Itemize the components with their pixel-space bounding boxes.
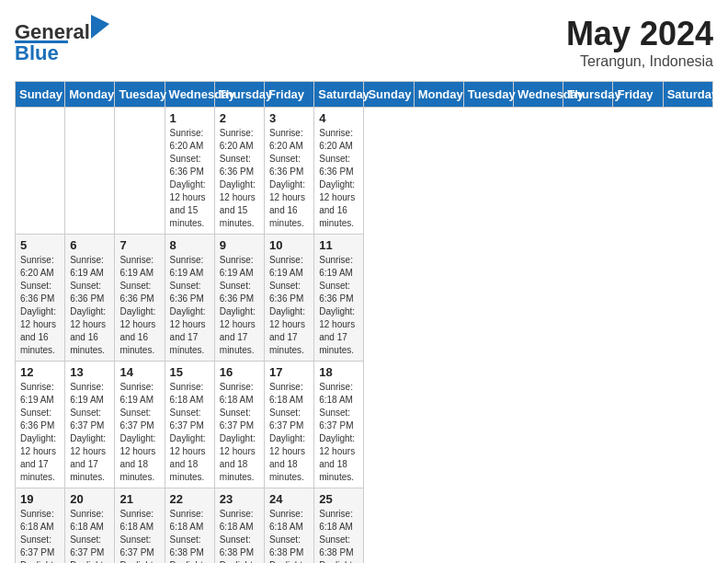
day-number: 7	[119, 238, 159, 252]
day-number: 18	[319, 365, 358, 379]
calendar-cell	[65, 108, 115, 235]
logo-blue-text: Blue	[15, 41, 59, 65]
day-number: 2	[220, 111, 259, 125]
calendar-cell: 22Sunrise: 6:18 AMSunset: 6:38 PMDayligh…	[165, 488, 214, 564]
calendar-cell: 6Sunrise: 6:19 AMSunset: 6:36 PMDaylight…	[65, 235, 115, 362]
calendar-cell: 2Sunrise: 6:20 AMSunset: 6:36 PMDaylight…	[214, 108, 264, 235]
title-block: May 2024 Terangun, Indonesia	[566, 15, 713, 70]
calendar-cell: 11Sunrise: 6:19 AMSunset: 6:36 PMDayligh…	[314, 235, 364, 362]
day-info: Sunrise: 6:19 AMSunset: 6:36 PMDaylight:…	[170, 254, 210, 357]
page-header: General Blue May 2024 Terangun, Indonesi…	[15, 15, 713, 70]
calendar-cell: 14Sunrise: 6:19 AMSunset: 6:37 PMDayligh…	[115, 362, 165, 488]
day-info: Sunrise: 6:19 AMSunset: 6:37 PMDaylight:…	[70, 381, 109, 484]
calendar-cell: 4Sunrise: 6:20 AMSunset: 6:36 PMDaylight…	[314, 108, 364, 235]
day-info: Sunrise: 6:19 AMSunset: 6:37 PMDaylight:…	[119, 381, 159, 484]
calendar-cell: 24Sunrise: 6:18 AMSunset: 6:38 PMDayligh…	[265, 488, 314, 564]
day-header-sunday: Sunday	[16, 82, 65, 108]
day-header-wednesday: Wednesday	[514, 82, 563, 108]
calendar-cell: 15Sunrise: 6:18 AMSunset: 6:37 PMDayligh…	[165, 362, 214, 488]
calendar-cell: 5Sunrise: 6:20 AMSunset: 6:36 PMDaylight…	[16, 235, 65, 362]
day-number: 12	[20, 365, 60, 379]
day-number: 13	[70, 365, 109, 379]
day-number: 1	[170, 111, 210, 125]
calendar-cell	[115, 108, 165, 235]
day-number: 6	[70, 238, 109, 252]
day-info: Sunrise: 6:19 AMSunset: 6:36 PMDaylight:…	[319, 254, 358, 357]
calendar-cell: 12Sunrise: 6:19 AMSunset: 6:36 PMDayligh…	[16, 362, 65, 488]
day-number: 15	[170, 365, 210, 379]
day-number: 14	[119, 365, 159, 379]
day-header-thursday: Thursday	[563, 82, 613, 108]
day-info: Sunrise: 6:19 AMSunset: 6:36 PMDaylight:…	[119, 254, 159, 357]
day-number: 19	[20, 492, 60, 506]
day-info: Sunrise: 6:20 AMSunset: 6:36 PMDaylight:…	[170, 127, 210, 230]
day-info: Sunrise: 6:18 AMSunset: 6:37 PMDaylight:…	[170, 381, 210, 484]
day-info: Sunrise: 6:18 AMSunset: 6:37 PMDaylight:…	[119, 508, 159, 563]
day-header-friday: Friday	[265, 82, 314, 108]
calendar-cell: 13Sunrise: 6:19 AMSunset: 6:37 PMDayligh…	[65, 362, 115, 488]
calendar-cell: 23Sunrise: 6:18 AMSunset: 6:38 PMDayligh…	[214, 488, 264, 564]
calendar-cell: 1Sunrise: 6:20 AMSunset: 6:36 PMDaylight…	[165, 108, 214, 235]
day-number: 9	[220, 238, 259, 252]
logo-flag-icon	[91, 15, 109, 39]
day-number: 24	[269, 492, 309, 506]
day-info: Sunrise: 6:19 AMSunset: 6:36 PMDaylight:…	[20, 381, 60, 484]
calendar-cell: 21Sunrise: 6:18 AMSunset: 6:37 PMDayligh…	[115, 488, 165, 564]
day-number: 10	[269, 238, 309, 252]
day-info: Sunrise: 6:19 AMSunset: 6:36 PMDaylight:…	[220, 254, 259, 357]
calendar-cell: 9Sunrise: 6:19 AMSunset: 6:36 PMDaylight…	[214, 235, 264, 362]
calendar-cell	[16, 108, 65, 235]
location-subtitle: Terangun, Indonesia	[566, 53, 713, 70]
day-number: 22	[170, 492, 210, 506]
calendar-cell: 3Sunrise: 6:20 AMSunset: 6:36 PMDaylight…	[265, 108, 314, 235]
day-info: Sunrise: 6:18 AMSunset: 6:38 PMDaylight:…	[269, 508, 309, 563]
day-info: Sunrise: 6:18 AMSunset: 6:37 PMDaylight:…	[269, 381, 309, 484]
calendar-cell: 25Sunrise: 6:18 AMSunset: 6:38 PMDayligh…	[314, 488, 364, 564]
day-header-thursday: Thursday	[214, 82, 264, 108]
day-info: Sunrise: 6:20 AMSunset: 6:36 PMDaylight:…	[20, 254, 60, 357]
calendar-table: SundayMondayTuesdayWednesdayThursdayFrid…	[15, 81, 713, 563]
day-header-wednesday: Wednesday	[165, 82, 214, 108]
calendar-header-row: SundayMondayTuesdayWednesdayThursdayFrid…	[16, 82, 713, 108]
day-number: 23	[220, 492, 259, 506]
calendar-cell: 8Sunrise: 6:19 AMSunset: 6:36 PMDaylight…	[165, 235, 214, 362]
day-info: Sunrise: 6:19 AMSunset: 6:36 PMDaylight:…	[269, 254, 309, 357]
day-info: Sunrise: 6:18 AMSunset: 6:37 PMDaylight:…	[20, 508, 60, 563]
day-header-friday: Friday	[613, 82, 663, 108]
day-number: 11	[319, 238, 358, 252]
calendar-week-row: 19Sunrise: 6:18 AMSunset: 6:37 PMDayligh…	[16, 488, 713, 564]
day-info: Sunrise: 6:19 AMSunset: 6:36 PMDaylight:…	[70, 254, 109, 357]
month-year-title: May 2024	[566, 15, 713, 53]
svg-marker-0	[91, 15, 109, 39]
day-info: Sunrise: 6:20 AMSunset: 6:36 PMDaylight:…	[220, 127, 259, 230]
calendar-cell: 17Sunrise: 6:18 AMSunset: 6:37 PMDayligh…	[265, 362, 314, 488]
day-number: 16	[220, 365, 259, 379]
day-header-saturday: Saturday	[663, 82, 712, 108]
day-number: 3	[269, 111, 309, 125]
day-number: 4	[319, 111, 358, 125]
day-info: Sunrise: 6:18 AMSunset: 6:37 PMDaylight:…	[70, 508, 109, 563]
day-number: 21	[119, 492, 159, 506]
calendar-week-row: 1Sunrise: 6:20 AMSunset: 6:36 PMDaylight…	[16, 108, 713, 235]
day-number: 25	[319, 492, 358, 506]
day-info: Sunrise: 6:18 AMSunset: 6:38 PMDaylight:…	[220, 508, 259, 563]
day-header-saturday: Saturday	[314, 82, 364, 108]
calendar-cell: 20Sunrise: 6:18 AMSunset: 6:37 PMDayligh…	[65, 488, 115, 564]
day-number: 8	[170, 238, 210, 252]
day-header-monday: Monday	[65, 82, 115, 108]
calendar-cell: 19Sunrise: 6:18 AMSunset: 6:37 PMDayligh…	[16, 488, 65, 564]
day-number: 20	[70, 492, 109, 506]
day-header-tuesday: Tuesday	[463, 82, 513, 108]
day-header-monday: Monday	[414, 82, 463, 108]
day-info: Sunrise: 6:20 AMSunset: 6:36 PMDaylight:…	[319, 127, 358, 230]
calendar-cell: 10Sunrise: 6:19 AMSunset: 6:36 PMDayligh…	[265, 235, 314, 362]
calendar-cell: 7Sunrise: 6:19 AMSunset: 6:36 PMDaylight…	[115, 235, 165, 362]
calendar-cell: 18Sunrise: 6:18 AMSunset: 6:37 PMDayligh…	[314, 362, 364, 488]
day-info: Sunrise: 6:18 AMSunset: 6:38 PMDaylight:…	[170, 508, 210, 563]
logo: General Blue	[15, 15, 109, 65]
day-info: Sunrise: 6:20 AMSunset: 6:36 PMDaylight:…	[269, 127, 309, 230]
calendar-week-row: 12Sunrise: 6:19 AMSunset: 6:36 PMDayligh…	[16, 362, 713, 488]
day-info: Sunrise: 6:18 AMSunset: 6:37 PMDaylight:…	[319, 381, 358, 484]
day-header-sunday: Sunday	[364, 82, 414, 108]
calendar-cell: 16Sunrise: 6:18 AMSunset: 6:37 PMDayligh…	[214, 362, 264, 488]
